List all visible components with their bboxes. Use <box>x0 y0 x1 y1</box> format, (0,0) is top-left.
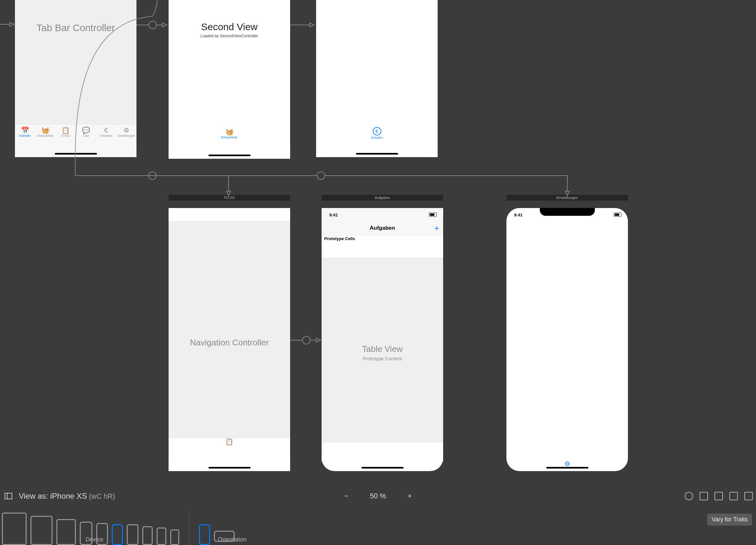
clipboard-icon: 📋 <box>62 127 69 134</box>
device-iphone-se[interactable] <box>157 527 166 545</box>
nav-controller-title: Navigation Controller <box>169 338 290 348</box>
home-indicator <box>356 153 398 155</box>
zoom-out-button[interactable]: − <box>344 492 348 500</box>
segue-arrow-root[interactable] <box>290 335 323 345</box>
prototype-cells-header: Prototype Cells <box>322 236 443 244</box>
tab-bar-single: €Schulden <box>316 124 438 157</box>
clipboard-icon: 📋 <box>225 438 233 461</box>
prototype-cell[interactable] <box>322 243 443 258</box>
align-icon[interactable] <box>715 492 723 500</box>
battery-icon <box>429 213 437 217</box>
resolve-icon[interactable] <box>744 492 753 500</box>
device-label: Device <box>86 536 103 543</box>
canvas-tools <box>685 492 753 500</box>
notch <box>540 208 595 216</box>
device-ipad[interactable] <box>56 519 76 545</box>
scene-einstellungen[interactable]: 9:41 ⚙ <box>506 208 628 471</box>
gear-icon: ⚙ <box>564 460 570 467</box>
basket-icon: 🧺 <box>41 127 49 134</box>
segue-arrow-settings[interactable] <box>75 157 577 209</box>
orientation-label: Orientation <box>218 536 246 543</box>
battery-icon <box>614 213 621 217</box>
euro-icon: € <box>373 127 381 136</box>
scene-schulden[interactable]: €Schulden <box>316 0 438 157</box>
basket-icon: 🧺 <box>226 129 233 135</box>
device-bar-header: View as: iPhone XS (wC hR) − 50 % + <box>0 489 756 504</box>
scene-navigation-controller[interactable]: 9:41 Navigation Controller 📋 <box>169 208 290 471</box>
device-ipad-pro-11[interactable] <box>30 516 53 545</box>
tab-schulden-single[interactable]: €Schulden <box>364 124 390 151</box>
device-iphone-xs[interactable] <box>112 524 123 545</box>
tableview-sublabel: Prototype Content <box>322 356 443 361</box>
embed-in-icon[interactable] <box>700 492 708 500</box>
zoom-controls: − 50 % + <box>0 492 756 500</box>
tableview-label: Table View <box>322 344 443 354</box>
orientation-portrait[interactable] <box>199 524 210 545</box>
device-ipad-pro-12[interactable] <box>2 513 27 545</box>
nav-title: Aufgaben <box>370 225 395 231</box>
tab-einkaufsliste-single[interactable]: 🧺Einkaufsliste <box>217 126 242 153</box>
svg-point-3 <box>317 172 325 180</box>
zoom-level: 50 % <box>370 492 386 500</box>
divider <box>189 509 189 545</box>
tab-einkaufsliste[interactable]: 🧺Einkaufsliste <box>35 124 56 151</box>
device-picker-row <box>0 504 756 545</box>
svg-point-2 <box>302 336 310 344</box>
device-iphone-8[interactable] <box>142 526 153 545</box>
status-time: 9:41 <box>329 213 338 218</box>
home-indicator <box>208 467 251 468</box>
device-iphone-4s[interactable] <box>170 529 179 545</box>
scene-aufgaben[interactable]: 9:41 Aufgaben + Prototype Cells Table Vi… <box>322 208 443 471</box>
storyboard-canvas[interactable]: Tab Bar Controller 📅Kalender 🧺Einkaufsli… <box>0 0 756 545</box>
vary-for-traits-button[interactable]: Vary for Traits <box>707 514 752 526</box>
pin-icon[interactable] <box>729 492 738 500</box>
refresh-icon[interactable] <box>685 492 693 500</box>
home-indicator <box>361 467 404 468</box>
home-indicator <box>546 467 588 468</box>
status-time: 9:41 <box>514 213 523 218</box>
calendar-icon: 📅 <box>21 127 29 134</box>
zoom-in-button[interactable]: + <box>408 492 412 500</box>
device-iphone-8-plus[interactable] <box>127 524 138 545</box>
segue-arrow[interactable] <box>0 19 16 29</box>
nav-bar: Aufgaben + <box>322 221 443 236</box>
add-button[interactable]: + <box>434 221 439 235</box>
tab-kalender[interactable]: 📅Kalender <box>15 124 35 151</box>
home-indicator <box>208 155 251 156</box>
segue-arrow[interactable] <box>290 20 316 30</box>
tab-bar-single: 📋 <box>169 438 290 471</box>
device-bar: View as: iPhone XS (wC hR) − 50 % + Devi… <box>0 489 756 545</box>
